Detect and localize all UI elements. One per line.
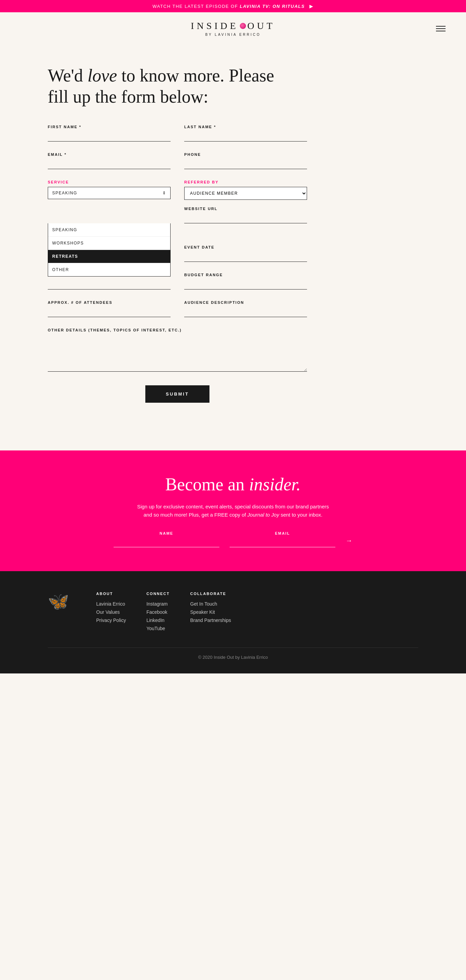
email-group: EMAIL * bbox=[48, 153, 171, 169]
event-city-input[interactable] bbox=[48, 280, 171, 290]
service-dropdown-trigger[interactable]: SPEAKING ⇕ bbox=[48, 187, 171, 199]
footer-link-lavinia[interactable]: Lavinia Errico bbox=[96, 601, 126, 607]
event-date-group: EVENT DATE bbox=[184, 245, 307, 262]
attendees-group: APPROX. # OF ATTENDEES bbox=[48, 301, 171, 317]
header: INSIDE OUT BY LAVINIA ERRICO bbox=[0, 12, 466, 45]
phone-group: PHONE bbox=[184, 153, 307, 169]
budget-label: BUDGET RANGE bbox=[184, 273, 307, 277]
footer-link-speaker-kit[interactable]: Speaker Kit bbox=[190, 609, 231, 615]
budget-group: BUDGET RANGE bbox=[184, 273, 307, 290]
audience-label: AUDIENCE DESCRIPTION bbox=[184, 301, 307, 304]
referred-select[interactable]: AUDIENCE MEMBER FRIEND SOCIAL MEDIA OTHE… bbox=[184, 187, 307, 200]
logo-subtitle: BY LAVINIA ERRICO bbox=[191, 33, 275, 37]
footer-columns: 🦋 ABOUT Lavinia Errico Our Values Privac… bbox=[48, 592, 418, 634]
top-banner[interactable]: WATCH THE LATEST EPISODE OF LAVINIA TV: … bbox=[0, 0, 466, 12]
footer-link-facebook[interactable]: Facebook bbox=[146, 609, 169, 615]
logo[interactable]: INSIDE OUT BY LAVINIA ERRICO bbox=[191, 21, 275, 37]
other-details-group: OTHER DETAILS (THEMES, TOPICS OF INTERES… bbox=[48, 328, 307, 372]
newsletter-name-input[interactable] bbox=[113, 538, 219, 547]
name-row: FIRST NAME * LAST NAME * bbox=[48, 125, 307, 142]
audience-group: AUDIENCE DESCRIPTION bbox=[184, 301, 307, 317]
page-title: We'd love to know more. Please fill up t… bbox=[48, 65, 280, 108]
website-label: WEBSITE URL bbox=[184, 207, 307, 211]
newsletter-section: Become an insider. Sign up for exclusive… bbox=[0, 450, 466, 571]
footer: 🦋 ABOUT Lavinia Errico Our Values Privac… bbox=[0, 571, 466, 673]
service-dropdown-list: SPEAKING WORKSHOPS RETREATS OTHER bbox=[48, 223, 171, 277]
newsletter-submit-arrow[interactable]: → bbox=[346, 537, 353, 547]
event-date-input[interactable] bbox=[184, 252, 307, 262]
footer-link-brand-partnerships[interactable]: Brand Partnerships bbox=[190, 617, 231, 623]
email-input[interactable] bbox=[48, 159, 171, 169]
hamburger-line bbox=[436, 31, 445, 31]
footer-about-column: ABOUT Lavinia Errico Our Values Privacy … bbox=[96, 592, 126, 626]
contact-form: FIRST NAME * LAST NAME * EMAIL * PHONE S… bbox=[48, 125, 307, 403]
audience-input[interactable] bbox=[184, 307, 307, 317]
last-name-label: LAST NAME * bbox=[184, 125, 307, 129]
service-group: SERVICE SPEAKING ⇕ SPEAKING WORKSHOPS RE… bbox=[48, 180, 171, 223]
main-content: We'd love to know more. Please fill up t… bbox=[0, 45, 466, 450]
newsletter-name-field: NAME bbox=[113, 531, 219, 547]
footer-copyright: © 2020 Inside Out by Lavinia Errico bbox=[48, 648, 418, 660]
footer-collaborate-column: COLLABORATE Get In Touch Speaker Kit Bra… bbox=[190, 592, 231, 626]
hamburger-line bbox=[436, 28, 445, 29]
newsletter-form: NAME EMAIL → bbox=[113, 531, 353, 547]
hamburger-line bbox=[436, 26, 445, 27]
last-name-input[interactable] bbox=[184, 132, 307, 142]
first-name-input[interactable] bbox=[48, 132, 171, 142]
footer-connect-column: CONNECT Instagram Facebook LinkedIn YouT… bbox=[146, 592, 169, 634]
service-option-other[interactable]: OTHER bbox=[48, 263, 170, 276]
budget-input[interactable] bbox=[184, 280, 307, 290]
attendees-audience-row: APPROX. # OF ATTENDEES AUDIENCE DESCRIPT… bbox=[48, 301, 307, 317]
service-dropdown-arrow: ⇕ bbox=[163, 191, 166, 196]
submit-container: SUBMIT bbox=[48, 385, 307, 403]
contact-row: EMAIL * PHONE bbox=[48, 153, 307, 169]
other-details-textarea[interactable] bbox=[48, 337, 307, 372]
logo-dot bbox=[240, 23, 246, 29]
service-label: SERVICE bbox=[48, 180, 171, 184]
website-input[interactable] bbox=[184, 213, 307, 223]
other-details-label: OTHER DETAILS (THEMES, TOPICS OF INTERES… bbox=[48, 328, 307, 332]
hamburger-menu-button[interactable] bbox=[436, 26, 445, 31]
phone-input[interactable] bbox=[184, 159, 307, 169]
newsletter-description: Sign up for exclusive content, event ale… bbox=[131, 503, 335, 519]
service-option-speaking[interactable]: SPEAKING bbox=[48, 223, 170, 237]
footer-logo-column: 🦋 bbox=[48, 592, 69, 611]
last-name-group: LAST NAME * bbox=[184, 125, 307, 142]
logo-text: INSIDE OUT bbox=[191, 21, 275, 31]
event-date-label: EVENT DATE bbox=[184, 245, 307, 249]
phone-label: PHONE bbox=[184, 153, 307, 156]
email-label: EMAIL * bbox=[48, 153, 171, 156]
attendees-input[interactable] bbox=[48, 307, 171, 317]
footer-link-get-in-touch[interactable]: Get In Touch bbox=[190, 601, 231, 607]
footer-link-linkedin[interactable]: LinkedIn bbox=[146, 617, 169, 623]
footer-link-privacy[interactable]: Privacy Policy bbox=[96, 617, 126, 623]
referred-label: REFERRED BY bbox=[184, 180, 307, 184]
footer-link-values[interactable]: Our Values bbox=[96, 609, 126, 615]
newsletter-email-label: EMAIL bbox=[230, 531, 335, 535]
footer-about-title: ABOUT bbox=[96, 592, 126, 596]
footer-link-youtube[interactable]: YouTube bbox=[146, 626, 169, 631]
submit-button[interactable]: SUBMIT bbox=[145, 385, 209, 403]
service-selected-value: SPEAKING bbox=[52, 191, 77, 196]
footer-link-instagram[interactable]: Instagram bbox=[146, 601, 169, 607]
newsletter-email-input[interactable] bbox=[230, 538, 335, 547]
referred-group: REFERRED BY AUDIENCE MEMBER FRIEND SOCIA… bbox=[184, 180, 307, 223]
butterfly-icon: 🦋 bbox=[48, 592, 69, 611]
newsletter-title: Become an insider. bbox=[48, 474, 418, 495]
first-name-group: FIRST NAME * bbox=[48, 125, 171, 142]
service-option-workshops[interactable]: WORKSHOPS bbox=[48, 237, 170, 250]
newsletter-email-field: EMAIL bbox=[230, 531, 335, 547]
service-option-retreats[interactable]: RETREATS bbox=[48, 250, 170, 263]
service-referred-row: SERVICE SPEAKING ⇕ SPEAKING WORKSHOPS RE… bbox=[48, 180, 307, 223]
play-button[interactable]: ▶ bbox=[310, 3, 314, 9]
banner-text: WATCH THE LATEST EPISODE OF LAVINIA TV: … bbox=[153, 4, 307, 9]
first-name-label: FIRST NAME * bbox=[48, 125, 171, 129]
newsletter-name-label: NAME bbox=[113, 531, 219, 535]
footer-collaborate-title: COLLABORATE bbox=[190, 592, 231, 596]
footer-connect-title: CONNECT bbox=[146, 592, 169, 596]
attendees-label: APPROX. # OF ATTENDEES bbox=[48, 301, 171, 304]
